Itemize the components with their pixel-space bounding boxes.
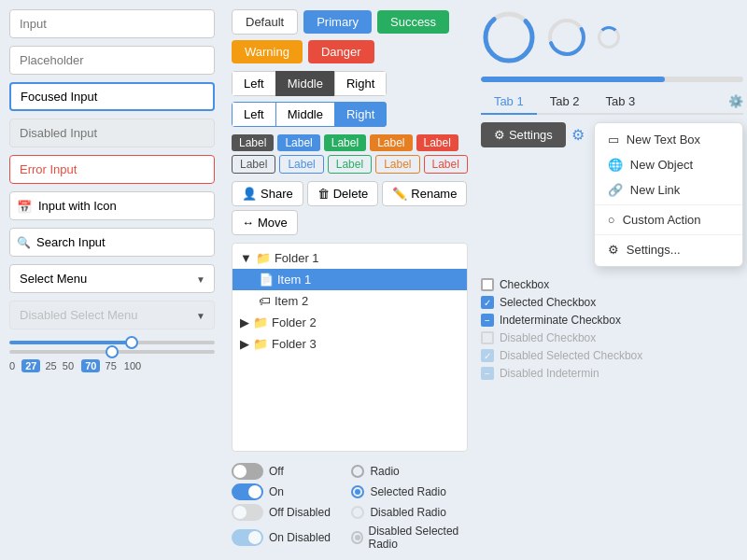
chevron-right-icon: ▶	[240, 315, 249, 329]
gear-blue-icon[interactable]: ⚙	[571, 126, 585, 144]
move-label: Move	[258, 216, 288, 230]
toggle-off-row: Off	[232, 463, 347, 480]
toggle-off-dis-label: Off Disabled	[269, 506, 331, 519]
ctx-settings[interactable]: ⚙ Settings...	[595, 237, 742, 262]
default-button[interactable]: Default	[232, 9, 298, 35]
label-red: Label	[416, 134, 458, 151]
range-min-label: 0	[9, 360, 15, 371]
radio-selected-label: Selected Radio	[370, 485, 445, 498]
ctx-new-text-box[interactable]: ▭ New Text Box	[595, 127, 742, 152]
search-input-wrap: 🔍	[9, 228, 215, 257]
tree-folder2[interactable]: ▶ 📁 Folder 2	[233, 312, 467, 333]
ctx-new-link[interactable]: 🔗 New Link	[595, 177, 742, 203]
placeholder-input[interactable]	[9, 46, 215, 75]
settings-row: ⚙ Settings ⚙	[481, 122, 585, 147]
label-outline-blue: Label	[279, 155, 323, 174]
primary-button[interactable]: Primary	[303, 10, 372, 34]
chevron-right2-icon: ▶	[240, 337, 249, 351]
toggle-group-gray: Left Middle Right	[232, 71, 387, 96]
success-button[interactable]: Success	[377, 10, 449, 34]
cb-unchecked-row: Checkbox	[481, 278, 743, 291]
radio-normal[interactable]	[351, 465, 364, 478]
tree-item1[interactable]: 📄 Item 1	[233, 269, 467, 290]
tree-folder3[interactable]: ▶ 📁 Folder 3	[233, 333, 467, 355]
toggle-on-row: On	[232, 483, 347, 500]
search-icon: 🔍	[17, 236, 31, 249]
ctx-new-object[interactable]: 🌐 New Object	[595, 152, 742, 177]
toggle-radio-section: Off Radio On Selected Radio Off Disa	[232, 463, 468, 551]
disabled-select-menu: Disabled Select Menu	[9, 301, 215, 329]
outline-labels-row: Label Label Label Label Label	[232, 155, 468, 174]
delete-button[interactable]: 🗑 Delete	[307, 181, 379, 206]
toggle-groups-row: Left Middle Right Left Middle Right	[232, 71, 468, 127]
toggle-right[interactable]: Right	[334, 71, 387, 96]
focused-input[interactable]	[9, 82, 215, 111]
select-menu[interactable]: Select Menu Option 1 Option 2	[9, 264, 215, 293]
ctx-custom-label: Custom Action	[623, 213, 701, 227]
toggle-blue-left[interactable]: Left	[232, 102, 275, 127]
checkbox-unchecked[interactable]	[481, 278, 494, 291]
action-icon: ○	[608, 213, 615, 227]
range-low-value: 27	[21, 359, 40, 372]
ctx-new-link-label: New Link	[630, 183, 680, 197]
checkbox-indeterminate[interactable]: −	[481, 314, 494, 327]
plain-input[interactable]	[9, 9, 215, 38]
tree-item2[interactable]: 🏷 Item 2	[233, 290, 467, 312]
ctx-custom-action[interactable]: ○ Custom Action	[595, 207, 742, 232]
share-button[interactable]: 👤 Share	[232, 181, 303, 206]
checkbox-disabled	[481, 331, 494, 344]
link-icon: 🔗	[608, 183, 623, 197]
select-wrap: Select Menu Option 1 Option 2 ▼	[9, 264, 215, 293]
rename-button[interactable]: ✏️ Rename	[382, 181, 467, 206]
gear-icon-tab[interactable]: ⚙️	[728, 90, 743, 113]
toggle-blue-right[interactable]: Right	[334, 102, 387, 127]
toggle-on[interactable]	[232, 483, 263, 500]
toggle-blue-middle[interactable]: Middle	[275, 102, 334, 127]
label-outline-orange: Label	[375, 155, 419, 174]
chevron-down-icon: ▼	[240, 251, 252, 265]
checkbox-checked[interactable]: ✓	[481, 296, 494, 309]
ctx-divider	[595, 204, 742, 205]
text-box-icon: ▭	[608, 133, 619, 147]
gear-settings-icon: ⚙	[494, 128, 505, 142]
toggle-on-dis-label: On Disabled	[269, 531, 331, 544]
slider-blue-wrap	[9, 341, 215, 344]
tab-3[interactable]: Tab 3	[593, 90, 649, 115]
radio-disabled-row: Disabled Radio	[351, 504, 467, 521]
toggle-on-dis-row: On Disabled	[232, 525, 347, 551]
settings-label: Settings	[509, 128, 553, 142]
radio-dis-selected-row: Disabled Selected Radio	[351, 525, 467, 551]
toggle-middle[interactable]: Middle	[275, 71, 334, 96]
settings-button[interactable]: ⚙ Settings	[481, 122, 566, 147]
ctx-settings-label: Settings...	[627, 243, 681, 257]
slider-section: 0 27 25 50 70 75 100	[9, 341, 215, 372]
folder3-icon: 📁	[253, 337, 268, 351]
cb-dis-indet-label: Disabled Indetermin	[500, 367, 599, 380]
toggle-knob-off-dis	[233, 506, 247, 519]
tree-folder1[interactable]: ▼ 📁 Folder 1	[233, 247, 467, 269]
toggle-left[interactable]: Left	[232, 71, 275, 96]
error-input[interactable]	[9, 155, 215, 184]
danger-button[interactable]: Danger	[308, 40, 374, 63]
object-icon: 🌐	[608, 158, 623, 172]
icon-input[interactable]	[9, 191, 215, 220]
loading-spinner	[598, 26, 620, 49]
radio-selected[interactable]	[351, 485, 364, 498]
tabs-bar: Tab 1 Tab 2 Tab 3 ⚙️	[481, 90, 743, 115]
slider-blue[interactable]	[9, 341, 215, 344]
cb-dis-checked-row: ✓ Disabled Selected Checkbox	[481, 349, 743, 362]
move-button[interactable]: ↔ Move	[232, 210, 298, 235]
search-input[interactable]	[9, 228, 215, 257]
tab-2[interactable]: Tab 2	[537, 90, 593, 115]
file-tree: ▼ 📁 Folder 1 📄 Item 1 🏷 Item 2 ▶ 📁 Folde…	[232, 243, 468, 452]
folder2-label: Folder 2	[272, 315, 317, 329]
icon-input-wrap: 📅	[9, 191, 215, 220]
radio-normal-row: Radio	[351, 463, 467, 480]
label-blue: Label	[277, 134, 319, 151]
slider-gray[interactable]	[9, 350, 215, 354]
warning-button[interactable]: Warning	[232, 40, 303, 63]
tab-1[interactable]: Tab 1	[481, 90, 537, 115]
cb-dis-indet-row: − Disabled Indetermin	[481, 367, 743, 380]
toggle-knob-on	[248, 485, 261, 498]
toggle-off[interactable]	[232, 463, 263, 480]
